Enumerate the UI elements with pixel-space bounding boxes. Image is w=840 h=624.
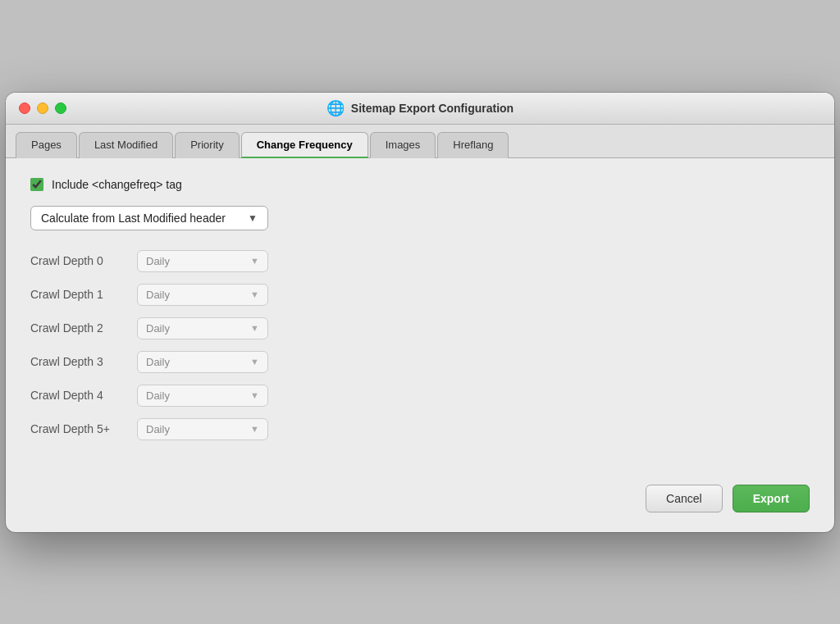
traffic-lights: [19, 102, 66, 114]
include-changefreq-row: Include <changefreq> tag: [30, 178, 810, 191]
title-icon: 🌐: [326, 99, 345, 117]
crawl-depth-0-arrow: ▼: [250, 256, 259, 266]
dialog-window: 🌐 Sitemap Export Configuration Pages Las…: [6, 93, 834, 532]
include-changefreq-checkbox[interactable]: [30, 178, 43, 191]
crawl-depth-1-value: Daily: [146, 289, 170, 301]
tab-bar: Pages Last Modified Priority Change Freq…: [6, 125, 834, 158]
crawl-depth-3-value: Daily: [146, 356, 170, 368]
tab-images[interactable]: Images: [370, 132, 436, 158]
window-title-text: Sitemap Export Configuration: [351, 102, 514, 115]
crawl-depth-row-3: Crawl Depth 3 Daily ▼: [30, 351, 810, 373]
crawl-depth-2-arrow: ▼: [250, 323, 259, 333]
crawl-depth-4-select[interactable]: Daily ▼: [137, 385, 268, 407]
tab-last-modified[interactable]: Last Modified: [79, 132, 173, 158]
tab-change-frequency[interactable]: Change Frequency: [241, 132, 368, 158]
crawl-depth-row-2: Crawl Depth 2 Daily ▼: [30, 317, 810, 339]
crawl-depth-3-label: Crawl Depth 3: [30, 355, 137, 368]
minimize-button[interactable]: [37, 102, 48, 114]
crawl-depth-4-arrow: ▼: [250, 390, 259, 400]
crawl-depth-2-value: Daily: [146, 322, 170, 335]
window-title: 🌐 Sitemap Export Configuration: [326, 99, 514, 117]
crawl-depth-3-arrow: ▼: [250, 357, 259, 367]
crawl-depth-3-select[interactable]: Daily ▼: [137, 351, 268, 373]
crawl-depth-1-label: Crawl Depth 1: [30, 288, 137, 301]
method-dropdown[interactable]: Calculate from Last Modified header ▼: [30, 206, 268, 230]
crawl-depth-0-value: Daily: [146, 255, 170, 267]
close-button[interactable]: [19, 102, 30, 114]
maximize-button[interactable]: [55, 102, 66, 114]
crawl-depth-4-value: Daily: [146, 389, 170, 402]
crawl-depth-1-select[interactable]: Daily ▼: [137, 284, 268, 306]
crawl-depth-2-select[interactable]: Daily ▼: [137, 317, 268, 339]
crawl-depth-row-0: Crawl Depth 0 Daily ▼: [30, 250, 810, 272]
dialog-footer: Cancel Export: [6, 468, 834, 532]
crawl-depth-5-label: Crawl Depth 5+: [30, 422, 137, 435]
tab-hreflang[interactable]: Hreflang: [437, 132, 509, 158]
crawl-depth-5-arrow: ▼: [250, 424, 259, 434]
crawl-depth-row-5: Crawl Depth 5+ Daily ▼: [30, 418, 810, 440]
crawl-depth-5-select[interactable]: Daily ▼: [137, 418, 268, 440]
method-dropdown-arrow: ▼: [248, 212, 258, 224]
crawl-depth-2-label: Crawl Depth 2: [30, 321, 137, 335]
crawl-depth-row-4: Crawl Depth 4 Daily ▼: [30, 385, 810, 407]
crawl-depth-0-select[interactable]: Daily ▼: [137, 250, 268, 272]
crawl-depth-5-value: Daily: [146, 423, 170, 435]
tab-pages[interactable]: Pages: [16, 132, 77, 158]
crawl-depth-row-1: Crawl Depth 1 Daily ▼: [30, 284, 810, 306]
method-dropdown-value: Calculate from Last Modified header: [41, 212, 226, 225]
crawl-depth-4-label: Crawl Depth 4: [30, 389, 137, 402]
title-bar: 🌐 Sitemap Export Configuration: [6, 93, 834, 125]
crawl-depth-0-label: Crawl Depth 0: [30, 254, 137, 267]
cancel-button[interactable]: Cancel: [646, 485, 723, 512]
include-changefreq-label: Include <changefreq> tag: [52, 178, 182, 191]
tab-content: Include <changefreq> tag Calculate from …: [6, 158, 834, 468]
crawl-depths-container: Crawl Depth 0 Daily ▼ Crawl Depth 1 Dail…: [30, 250, 810, 440]
tab-priority[interactable]: Priority: [175, 132, 239, 158]
crawl-depth-1-arrow: ▼: [250, 289, 259, 299]
export-button[interactable]: Export: [733, 485, 810, 512]
